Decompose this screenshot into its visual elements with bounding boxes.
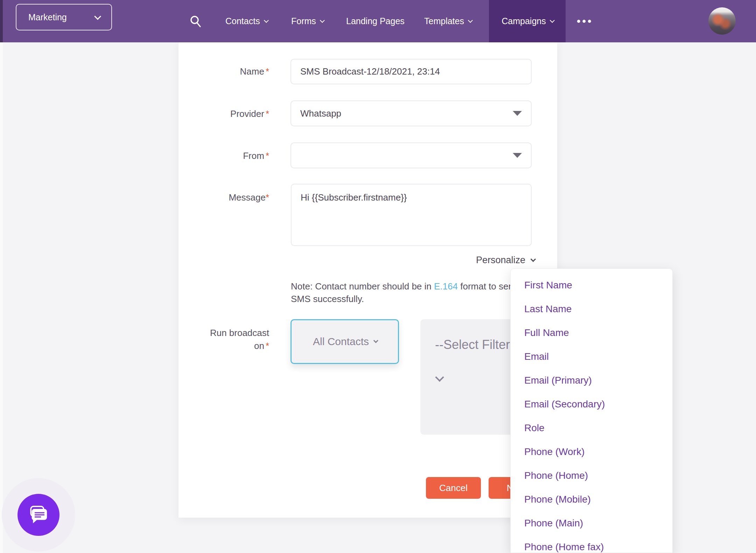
nav-item-label: Contacts [225, 16, 260, 26]
nav-left-edge [0, 0, 3, 42]
nav-item-label: Campaigns [502, 16, 546, 26]
chat-launcher-button[interactable] [18, 494, 59, 536]
nav-item-campaigns[interactable]: Campaigns [489, 0, 566, 42]
nav-item-forms[interactable]: Forms [291, 0, 323, 42]
menu-item-email[interactable]: Email [511, 345, 672, 369]
filter-select[interactable]: --Select Filter-- [420, 319, 525, 435]
menu-item-email-primary[interactable]: Email (Primary) [511, 369, 672, 392]
from-select[interactable] [290, 142, 532, 168]
required-asterisk: * [266, 108, 269, 119]
chevron-down-icon [550, 18, 554, 23]
note-text: Note: Contact number should be in E.164 … [291, 280, 536, 305]
nav-item-label: Landing Pages [346, 16, 405, 26]
audience-value: All Contacts [313, 336, 369, 348]
nav-item-label: Templates [424, 16, 464, 26]
menu-item-full-name[interactable]: Full Name [511, 321, 672, 345]
nav-item-landing-pages[interactable]: Landing Pages [346, 0, 405, 42]
provider-select[interactable]: Whatsapp [290, 100, 532, 126]
message-textarea[interactable]: Hi {{Subscriber.firstname}} [291, 184, 532, 246]
message-label: Message* [178, 192, 269, 203]
provider-value: Whatsapp [300, 108, 341, 119]
from-label: From* [178, 150, 269, 161]
run-broadcast-label: Run broadcast on* [178, 327, 269, 352]
nav-item-contacts[interactable]: Contacts [225, 0, 267, 42]
chat-icon [28, 505, 49, 524]
menu-item-phone-work[interactable]: Phone (Work) [511, 440, 672, 464]
e164-link[interactable]: E.164 [434, 281, 458, 292]
chevron-down-icon [468, 18, 473, 23]
search-icon[interactable] [189, 15, 202, 28]
broadcast-form-card: Name* Provider* Whatsapp From* Message* … [178, 42, 557, 518]
name-input[interactable] [290, 59, 532, 84]
menu-item-phone-mobile[interactable]: Phone (Mobile) [511, 488, 672, 511]
required-asterisk: * [266, 150, 269, 161]
menu-item-phone-main[interactable]: Phone (Main) [511, 511, 672, 535]
chevron-down-icon [435, 373, 444, 382]
required-asterisk: * [266, 192, 269, 203]
menu-item-phone-home-fax[interactable]: Phone (Home fax) [511, 535, 672, 553]
workspace-selector[interactable]: Marketing [16, 4, 112, 30]
workspace-label: Marketing [28, 12, 67, 22]
nav-item-label: Forms [291, 16, 316, 26]
chevron-down-icon [373, 338, 378, 343]
provider-label: Provider* [178, 108, 269, 119]
menu-item-first-name[interactable]: First Name [511, 273, 672, 297]
required-asterisk: * [266, 66, 269, 77]
menu-item-email-secondary[interactable]: Email (Secondary) [511, 392, 672, 416]
menu-item-last-name[interactable]: Last Name [511, 297, 672, 321]
cancel-button[interactable]: Cancel [426, 477, 481, 499]
dropdown-arrow-icon [513, 111, 522, 116]
app-window: Marketing Contacts Forms Landing Pages T… [0, 0, 756, 553]
chevron-down-icon [94, 13, 101, 20]
name-label: Name* [178, 66, 269, 77]
audience-select[interactable]: All Contacts [290, 319, 399, 364]
more-options-icon[interactable]: ••• [577, 0, 593, 42]
chevron-down-icon [320, 18, 325, 23]
user-avatar[interactable] [708, 7, 736, 35]
dropdown-arrow-icon [513, 153, 522, 158]
page-left-strip [0, 42, 3, 553]
personalize-label: Personalize [476, 255, 525, 266]
menu-item-phone-home[interactable]: Phone (Home) [511, 464, 672, 488]
menu-item-role[interactable]: Role [511, 416, 672, 440]
nav-item-templates[interactable]: Templates [424, 0, 471, 42]
top-nav: Marketing Contacts Forms Landing Pages T… [0, 0, 756, 42]
personalize-toggle[interactable]: Personalize [476, 254, 534, 266]
chevron-down-icon [264, 18, 268, 23]
required-asterisk: * [266, 341, 269, 351]
chevron-down-icon [531, 256, 536, 262]
filter-placeholder: --Select Filter-- [435, 337, 518, 352]
personalize-menu: First Name Last Name Full Name Email Ema… [510, 268, 673, 553]
